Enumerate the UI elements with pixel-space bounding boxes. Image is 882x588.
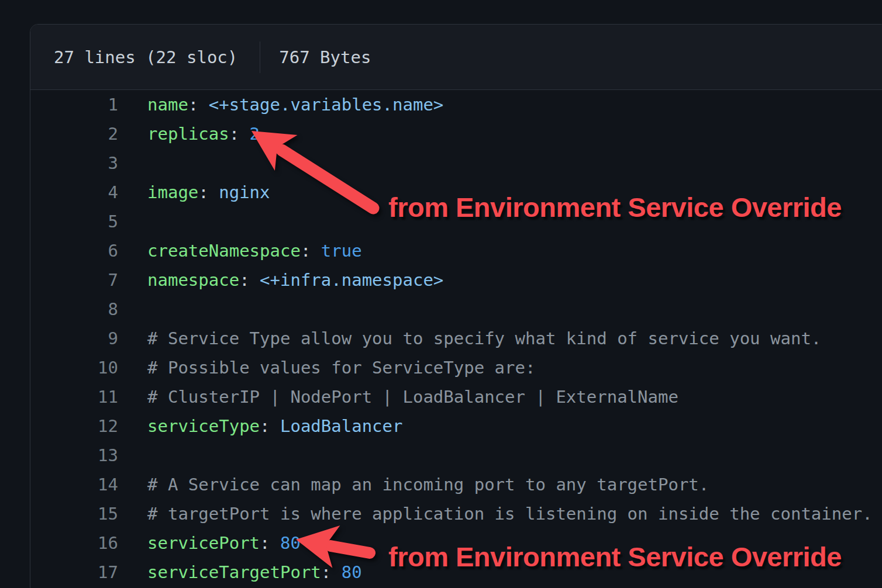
code-token: nginx [219, 182, 270, 202]
code-token: # Possible values for ServiceType are: [147, 358, 535, 378]
code-token: : [198, 182, 219, 202]
line-number[interactable]: 9 [30, 324, 118, 353]
code-token: # targetPort is where application is lis… [147, 504, 873, 524]
code-line: 9# Service Type allow you to specify wha… [30, 324, 882, 353]
code-area: 1name: <+stage.variables.name>2replicas:… [30, 90, 882, 587]
code-token: createNamespace [147, 241, 301, 261]
code-line-text: # A Service can map an incoming port to … [147, 470, 709, 499]
line-number[interactable]: 14 [30, 470, 118, 499]
code-line: 15# targetPort is where application is l… [30, 499, 882, 528]
annotation-service-port-override: from Environment Service Override [388, 543, 842, 570]
code-line-text: serviceType: LoadBalancer [147, 411, 403, 441]
code-token: image [147, 182, 198, 202]
code-token: <+stage.variables.name> [209, 95, 444, 115]
code-token: # Service Type allow you to specify what… [147, 328, 821, 348]
code-token: name [147, 95, 188, 115]
code-token: : [301, 241, 321, 261]
code-line-text: createNamespace: true [147, 236, 362, 265]
lines-info: 27 lines (22 sloc) [54, 47, 237, 67]
code-line-text: serviceTargetPort: 80 [147, 558, 362, 587]
line-number[interactable]: 2 [30, 119, 118, 148]
line-number[interactable]: 17 [30, 558, 118, 587]
code-line: 6createNamespace: true [30, 236, 882, 265]
code-token: replicas [147, 124, 229, 144]
code-token: # ClusterIP | NodePort | LoadBalancer | … [147, 387, 678, 407]
code-line: 14# A Service can map an incoming port t… [30, 470, 882, 499]
code-line: 1name: <+stage.variables.name> [30, 90, 882, 119]
code-line-text: # Service Type allow you to specify what… [147, 324, 821, 353]
code-token: 2 [250, 124, 260, 144]
code-token: : [229, 124, 250, 144]
code-token: servicePort [147, 533, 260, 553]
code-token: : [260, 533, 280, 553]
line-number[interactable]: 1 [30, 90, 118, 119]
code-line-text: # Possible values for ServiceType are: [147, 353, 535, 382]
code-token: : [188, 95, 209, 115]
line-number[interactable]: 3 [30, 148, 118, 178]
code-line: 12serviceType: LoadBalancer [30, 411, 882, 441]
line-number[interactable]: 8 [30, 295, 118, 324]
annotation-replicas-override: from Environment Service Override [388, 193, 842, 221]
code-line: 7namespace: <+infra.namespace> [30, 265, 882, 295]
code-token: serviceTargetPort [147, 562, 321, 582]
code-token: : [260, 416, 280, 436]
code-line-text: replicas: 2 [147, 119, 260, 148]
code-line: 2replicas: 2 [30, 119, 882, 148]
line-number[interactable]: 15 [30, 499, 118, 528]
line-number[interactable]: 4 [30, 178, 118, 207]
line-number[interactable]: 12 [30, 411, 118, 441]
code-token: <+infra.namespace> [260, 270, 443, 290]
code-token: 80 [280, 533, 301, 553]
code-token: serviceType [147, 416, 260, 436]
line-number[interactable]: 7 [30, 265, 118, 295]
line-number[interactable]: 10 [30, 353, 118, 382]
file-viewer: 27 lines (22 sloc) 767 Bytes 1name: <+st… [30, 24, 882, 588]
line-number[interactable]: 5 [30, 207, 118, 236]
code-token: # A Service can map an incoming port to … [147, 475, 709, 494]
code-line-text: name: <+stage.variables.name> [147, 90, 443, 119]
code-token: : [239, 270, 260, 290]
header-divider [260, 41, 260, 73]
file-header: 27 lines (22 sloc) 767 Bytes [30, 25, 882, 90]
line-number[interactable]: 16 [30, 528, 118, 558]
line-number[interactable]: 6 [30, 236, 118, 265]
code-token: : [321, 562, 342, 582]
file-size: 767 Bytes [279, 47, 371, 67]
code-line: 3 [30, 148, 882, 178]
line-number[interactable]: 11 [30, 382, 118, 411]
code-line-text: servicePort: 80 [147, 528, 301, 558]
code-line-text: # ClusterIP | NodePort | LoadBalancer | … [147, 382, 678, 411]
code-line: 13 [30, 441, 882, 470]
code-line-text: # targetPort is where application is lis… [147, 499, 873, 528]
code-token: LoadBalancer [280, 416, 403, 436]
code-line: 8 [30, 295, 882, 324]
code-line: 10# Possible values for ServiceType are: [30, 353, 882, 382]
line-number[interactable]: 13 [30, 441, 118, 470]
code-line-text: image: nginx [147, 178, 270, 207]
code-token: namespace [147, 270, 239, 290]
code-line-text: namespace: <+infra.namespace> [147, 265, 443, 295]
code-line: 11# ClusterIP | NodePort | LoadBalancer … [30, 382, 882, 411]
code-token: 80 [342, 562, 362, 582]
code-token: true [321, 241, 362, 261]
